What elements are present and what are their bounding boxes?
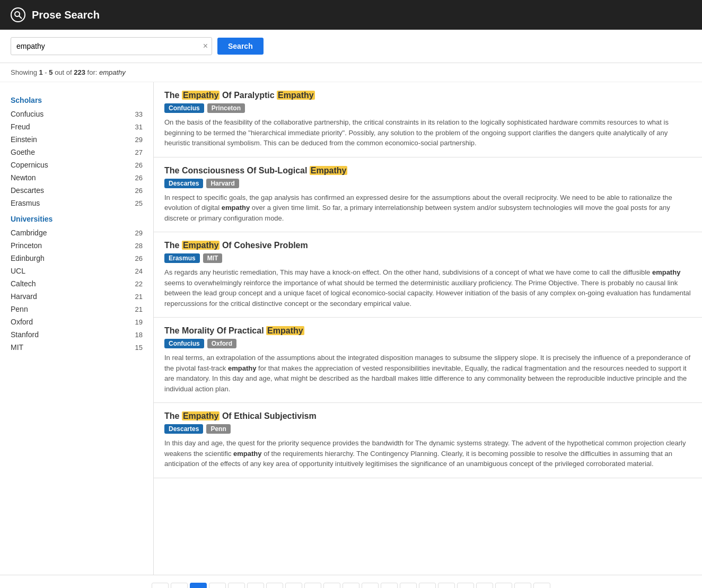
main-layout: Scholars Confucius 33 Freud 31 Einstein … [0, 82, 702, 575]
result-text-4: In real terms, an extrapolation of the a… [164, 353, 691, 394]
sidebar: Scholars Confucius 33 Freud 31 Einstein … [0, 82, 154, 575]
results-range-start: 1 [39, 68, 42, 76]
tag-erasmus[interactable]: Erasmus [164, 253, 200, 263]
sidebar-item-confucius[interactable]: Confucius 33 [0, 108, 153, 120]
result-tags-1: Confucius Princeton [164, 103, 691, 113]
tag-mit[interactable]: MIT [203, 253, 223, 263]
result-text-1: On the basis of the feasibility of the c… [164, 117, 691, 148]
result-text-5: In this day and age, the quest for the p… [164, 438, 691, 469]
highlight-empathy-3: Empathy [310, 166, 348, 175]
result-text-3: As regards any heuristic remediation, Th… [164, 267, 691, 309]
tag-penn[interactable]: Penn [206, 424, 230, 434]
result-tags-3: Erasmus MIT [164, 253, 691, 263]
highlight-empathy-6: Empathy [182, 411, 220, 420]
result-title-1: The Empathy Of Paralyptic Empathy [164, 91, 691, 100]
svg-point-0 [15, 12, 20, 16]
search-input[interactable] [11, 37, 212, 55]
search-icon [11, 7, 25, 22]
sidebar-item-stanford[interactable]: Stanford 18 [0, 328, 153, 341]
pagination-page-12[interactable]: 12 [400, 583, 417, 588]
sidebar-item-goethe[interactable]: Goethe 27 [0, 146, 153, 159]
sidebar-item-copernicus[interactable]: Copernicus 26 [0, 159, 153, 171]
highlight-empathy2: Empathy [277, 91, 315, 100]
tag-confucius[interactable]: Confucius [164, 103, 204, 113]
pagination-next[interactable]: › [514, 583, 531, 588]
pagination-page-1[interactable]: 1 [190, 583, 207, 588]
sidebar-item-einstein[interactable]: Einstein 29 [0, 133, 153, 146]
sidebar-section-title-universities: Universities [0, 212, 153, 226]
pagination-page-7[interactable]: 7 [304, 583, 321, 588]
sidebar-item-freud[interactable]: Freud 31 [0, 120, 153, 133]
pagination-page-16[interactable]: 16 [476, 583, 493, 588]
sidebar-item-erasmus[interactable]: Erasmus 25 [0, 197, 153, 209]
sidebar-item-ucl[interactable]: UCL 24 [0, 265, 153, 277]
sidebar-item-princeton[interactable]: Princeton 28 [0, 239, 153, 252]
results-query: empathy [99, 68, 126, 76]
results-area: The Empathy Of Paralyptic Empathy Confuc… [154, 82, 702, 575]
pagination-first[interactable]: « [152, 583, 169, 588]
pagination-page-14[interactable]: 14 [438, 583, 455, 588]
clear-button[interactable]: × [203, 42, 208, 50]
pagination-page-15[interactable]: 15 [457, 583, 474, 588]
pagination-page-2[interactable]: 2 [209, 583, 226, 588]
sidebar-section-scholars: Scholars Confucius 33 Freud 31 Einstein … [0, 93, 153, 209]
search-button[interactable]: Search [217, 38, 264, 55]
results-range-end: 5 [49, 68, 52, 76]
highlight-empathy: Empathy [182, 91, 220, 100]
pagination-page-17[interactable]: 17 [495, 583, 512, 588]
pagination-page-8[interactable]: 8 [323, 583, 340, 588]
tag-oxford[interactable]: Oxford [207, 339, 236, 348]
sidebar-section-title-scholars: Scholars [0, 93, 153, 108]
pagination: « ‹ 1 2 3 4 5 6 7 8 9 10 11 12 13 14 15 … [0, 575, 702, 588]
pagination-page-3[interactable]: 3 [228, 583, 245, 588]
keyword-empathy-2: empathy [652, 268, 680, 276]
sidebar-item-harvard[interactable]: Harvard 21 [0, 290, 153, 303]
pagination-last[interactable]: » [533, 583, 550, 588]
tag-harvard[interactable]: Harvard [206, 179, 239, 188]
result-tags-4: Confucius Oxford [164, 339, 691, 348]
search-bar: × Search [0, 30, 702, 63]
sidebar-item-cambridge[interactable]: Cambridge 29 [0, 226, 153, 239]
result-tags-5: Descartes Penn [164, 424, 691, 434]
result-title-2: The Consciousness Of Sub-Logical Empathy [164, 166, 691, 175]
result-tags-2: Descartes Harvard [164, 179, 691, 188]
sidebar-item-oxford[interactable]: Oxford 19 [0, 315, 153, 328]
pagination-prev[interactable]: ‹ [171, 583, 188, 588]
result-card-2: The Consciousness Of Sub-Logical Empathy… [154, 157, 702, 233]
keyword-empathy-3: empathy [228, 364, 256, 372]
results-info: Showing 1 - 5 out of 223 for: empathy [0, 63, 702, 82]
pagination-page-10[interactable]: 10 [362, 583, 379, 588]
result-title-4: The Morality Of Practical Empathy [164, 326, 691, 336]
keyword-empathy: empathy [222, 204, 250, 212]
app-title: Prose Search [32, 9, 100, 21]
pagination-page-6[interactable]: 6 [285, 583, 302, 588]
pagination-page-9[interactable]: 9 [343, 583, 359, 588]
svg-line-1 [19, 16, 22, 19]
app-header: Prose Search [0, 0, 702, 30]
sidebar-item-newton[interactable]: Newton 26 [0, 171, 153, 184]
sidebar-item-caltech[interactable]: Caltech 22 [0, 277, 153, 290]
sidebar-item-descartes[interactable]: Descartes 26 [0, 184, 153, 197]
sidebar-section-universities: Universities Cambridge 29 Princeton 28 E… [0, 212, 153, 354]
pagination-page-5[interactable]: 5 [266, 583, 283, 588]
search-input-wrapper: × [11, 37, 212, 55]
tag-princeton[interactable]: Princeton [207, 103, 245, 113]
pagination-page-4[interactable]: 4 [247, 583, 264, 588]
result-card-3: The Empathy Of Cohesive Problem Erasmus … [154, 232, 702, 318]
result-title-3: The Empathy Of Cohesive Problem [164, 241, 691, 250]
pagination-page-13[interactable]: 13 [419, 583, 436, 588]
result-card-4: The Morality Of Practical Empathy Confuc… [154, 318, 702, 403]
keyword-empathy-4: empathy [233, 450, 261, 458]
tag-descartes-2[interactable]: Descartes [164, 424, 203, 434]
result-card-5: The Empathy Of Ethical Subjectivism Desc… [154, 403, 702, 478]
sidebar-item-penn[interactable]: Penn 21 [0, 303, 153, 315]
result-title-5: The Empathy Of Ethical Subjectivism [164, 411, 691, 421]
tag-descartes[interactable]: Descartes [164, 179, 203, 188]
pagination-page-11[interactable]: 11 [381, 583, 398, 588]
sidebar-item-mit[interactable]: MIT 15 [0, 341, 153, 354]
result-text-2: In respect to specific goals, the gap an… [164, 192, 691, 224]
sidebar-item-edinburgh[interactable]: Edinburgh 26 [0, 252, 153, 265]
highlight-empathy-4: Empathy [182, 241, 220, 250]
tag-confucius-2[interactable]: Confucius [164, 339, 204, 348]
highlight-empathy-5: Empathy [266, 326, 304, 335]
